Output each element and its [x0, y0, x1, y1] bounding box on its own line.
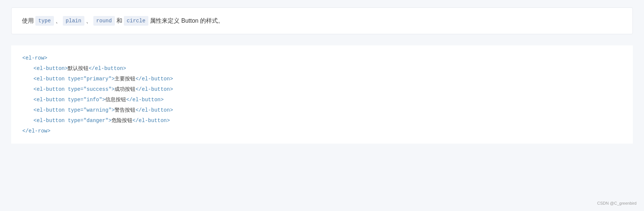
- code-line-1: <el-row>: [22, 53, 622, 63]
- code-line-7: <el-button type="danger">危险按钮</el-button…: [22, 115, 622, 126]
- sep1: 、: [55, 16, 61, 26]
- page-container: 使用 type 、 plain 、 round 和 circle 属性来定义 B…: [0, 0, 644, 151]
- watermark: CSDN @C_greenbird: [597, 201, 637, 205]
- sep2: 、: [86, 16, 92, 26]
- code-line-6: <el-button type="warning">警告按钮</el-butto…: [22, 105, 622, 115]
- code-line-4: <el-button type="success">成功按钮</el-butto…: [22, 84, 622, 95]
- tag-plain: plain: [63, 16, 84, 26]
- tag-round: round: [93, 16, 115, 26]
- desc-suffix: 属性来定义 Button 的样式。: [150, 16, 224, 26]
- desc-prefix: 使用: [22, 16, 34, 26]
- code-block: <el-row> <el-button>默认按钮</el-button> <el…: [11, 45, 633, 144]
- tag-circle: circle: [124, 16, 148, 26]
- tag-type: type: [35, 16, 54, 26]
- description-text: 使用 type 、 plain 、 round 和 circle 属性来定义 B…: [22, 16, 622, 26]
- code-line-8: </el-row>: [22, 126, 622, 136]
- code-line-5: <el-button type="info">信息按钮</el-button>: [22, 95, 622, 105]
- code-line-3: <el-button type="primary">主要按钮</el-butto…: [22, 74, 622, 84]
- sep3: 和: [116, 16, 122, 26]
- description-box: 使用 type 、 plain 、 round 和 circle 属性来定义 B…: [11, 7, 633, 34]
- code-line-2: <el-button>默认按钮</el-button>: [22, 63, 622, 74]
